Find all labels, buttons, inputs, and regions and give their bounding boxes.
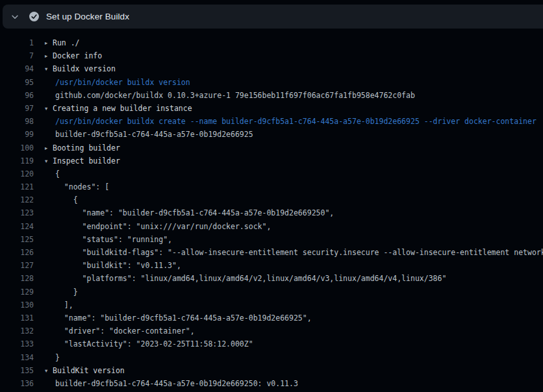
log-command-text: /usr/bin/docker buildx version (55, 76, 190, 89)
line-number[interactable]: 119 (0, 154, 34, 167)
log-line: 133 "lastActivity": "2023-02-25T11:58:12… (0, 337, 543, 350)
line-number[interactable]: 123 (0, 206, 34, 219)
group-title: Creating a new builder instance (53, 104, 192, 113)
log-line: 135▾BuildKit version (0, 364, 543, 377)
line-number[interactable]: 94 (0, 62, 34, 75)
log-output-text: { (55, 193, 78, 206)
line-number[interactable]: 131 (0, 312, 34, 325)
check-circle-icon (29, 12, 39, 21)
log-group-header[interactable]: ▾BuildKit version (45, 364, 125, 377)
log-line: 95/usr/bin/docker buildx version (0, 76, 543, 89)
log-group-header[interactable]: ▸Booting builder (45, 141, 120, 154)
log-line: 128 "platforms": "linux/amd64,linux/amd6… (0, 272, 543, 285)
log-output-text: "nodes": [ (55, 180, 109, 193)
line-number[interactable]: 124 (0, 220, 34, 233)
log-output-text: builder-d9cfb5a1-c764-445a-a57e-0b19d2e6… (55, 377, 298, 390)
log-line: 129 } (0, 286, 543, 299)
triangle-right-icon: ▸ (45, 36, 53, 49)
log-output-text: "platforms": "linux/amd64,linux/amd64/v2… (55, 272, 446, 285)
line-number[interactable]: 1 (0, 36, 34, 49)
line-number[interactable]: 99 (0, 128, 34, 141)
log-group-header[interactable]: ▸Docker info (45, 49, 102, 62)
triangle-down-icon: ▾ (45, 154, 53, 167)
line-number[interactable]: 132 (0, 325, 34, 337)
triangle-right-icon: ▸ (45, 49, 53, 62)
log-group-header[interactable]: ▾Buildx version (45, 62, 116, 75)
log-output-text: github.com/docker/buildx 0.10.3+azure-1 … (55, 89, 415, 102)
line-number[interactable]: 7 (0, 49, 34, 62)
log-line: 96github.com/docker/buildx 0.10.3+azure-… (0, 89, 543, 102)
log-line: 131 "name": "builder-d9cfb5a1-c764-445a-… (0, 312, 543, 325)
line-number[interactable]: 122 (0, 193, 34, 206)
log-output-text: "buildkit": "v0.11.3", (55, 259, 181, 272)
log-output-text: "driver": "docker-container", (55, 325, 195, 337)
group-title: BuildKit version (53, 366, 125, 375)
triangle-right-icon: ▸ (45, 141, 53, 154)
line-number[interactable]: 130 (0, 299, 34, 312)
line-number[interactable]: 95 (0, 76, 34, 89)
log-line: 99builder-d9cfb5a1-c764-445a-a57e-0b19d2… (0, 128, 543, 141)
log-line: 134} (0, 351, 543, 364)
log-line: 127 "buildkit": "v0.11.3", (0, 259, 543, 272)
log-lines: 1▸Run ./7▸Docker info94▾Buildx version95… (0, 29, 543, 392)
log-line: 98/usr/bin/docker buildx create --name b… (0, 115, 543, 128)
step-title: Set up Docker Buildx (46, 12, 129, 21)
line-number[interactable]: 126 (0, 246, 34, 259)
line-number[interactable]: 97 (0, 102, 34, 115)
line-number[interactable]: 128 (0, 272, 34, 285)
log-line: 130 ], (0, 299, 543, 312)
log-output-text: builder-d9cfb5a1-c764-445a-a57e-0b19d2e6… (55, 128, 253, 141)
log-output-text: "lastActivity": "2023-02-25T11:58:12.000… (55, 337, 253, 350)
line-number[interactable]: 129 (0, 286, 34, 299)
log-line: 1▸Run ./ (0, 36, 543, 49)
log-output-text: "status": "running", (55, 233, 172, 246)
log-output-text: "buildkitd-flags": "--allow-insecure-ent… (55, 246, 543, 259)
line-number[interactable]: 96 (0, 89, 34, 102)
log-line: 125 "status": "running", (0, 233, 543, 246)
line-number[interactable]: 121 (0, 180, 34, 193)
group-title: Inspect builder (53, 156, 120, 165)
line-number[interactable]: 135 (0, 364, 34, 377)
line-number[interactable]: 125 (0, 233, 34, 246)
log-line: 122 { (0, 193, 543, 206)
log-group-header[interactable]: ▾Creating a new builder instance (45, 102, 192, 115)
log-output-text: } (55, 286, 78, 299)
log-line: 7▸Docker info (0, 49, 543, 62)
log-line: 120{ (0, 167, 543, 180)
log-line: 132 "driver": "docker-container", (0, 325, 543, 337)
triangle-down-icon: ▾ (45, 102, 53, 115)
line-number[interactable]: 120 (0, 167, 34, 180)
log-line: 97▾Creating a new builder instance (0, 102, 543, 115)
group-title: Buildx version (53, 64, 116, 73)
log-line: 136builder-d9cfb5a1-c764-445a-a57e-0b19d… (0, 377, 543, 390)
triangle-down-icon: ▾ (45, 62, 53, 75)
line-number[interactable]: 127 (0, 259, 34, 272)
log-command-text: /usr/bin/docker buildx create --name bui… (55, 115, 537, 128)
log-output-text: { (55, 167, 60, 180)
log-line: 123 "name": "builder-d9cfb5a1-c764-445a-… (0, 206, 543, 219)
log-output-text: ], (55, 299, 73, 312)
log-group-header[interactable]: ▸Run ./ (45, 36, 80, 49)
line-number[interactable]: 98 (0, 115, 34, 128)
log-output-text: } (55, 351, 60, 364)
line-number[interactable]: 134 (0, 351, 34, 364)
group-title: Booting builder (53, 143, 120, 153)
log-line: 100▸Booting builder (0, 141, 543, 154)
log-output-text: "endpoint": "unix:///var/run/docker.sock… (55, 220, 271, 233)
group-title: Run ./ (53, 38, 80, 47)
triangle-down-icon: ▾ (45, 364, 53, 377)
log-output-text: "name": "builder-d9cfb5a1-c764-445a-a57e… (55, 206, 334, 219)
group-title: Docker info (53, 51, 102, 60)
log-line: 126 "buildkitd-flags": "--allow-insecure… (0, 246, 543, 259)
line-number[interactable]: 133 (0, 337, 34, 350)
log-line: 121 "nodes": [ (0, 180, 543, 193)
line-number[interactable]: 100 (0, 141, 34, 154)
log-line: 124 "endpoint": "unix:///var/run/docker.… (0, 220, 543, 233)
log-line: 119▾Inspect builder (0, 154, 543, 167)
chevron-down-icon[interactable] (10, 12, 19, 21)
line-number[interactable]: 136 (0, 377, 34, 390)
log-line: 94▾Buildx version (0, 62, 543, 75)
log-group-header[interactable]: ▾Inspect builder (45, 154, 120, 167)
log-output-text: "name": "builder-d9cfb5a1-c764-445a-a57e… (55, 312, 312, 325)
step-header[interactable]: Set up Docker Buildx (3, 5, 543, 29)
